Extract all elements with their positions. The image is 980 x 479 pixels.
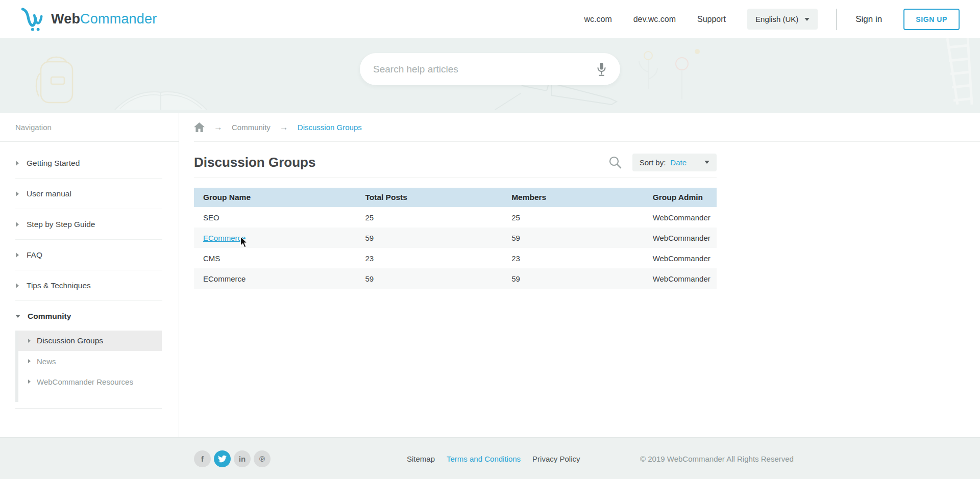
copyright-text: © 2019 WebCommander All Rights Reserved [640,455,794,463]
total-posts-cell: 59 [356,268,502,289]
main-panel: → Community → Discussion Groups Discussi… [179,113,980,437]
chevron-right-icon [28,339,31,343]
sidebar-item-label: FAQ [27,250,42,260]
webcommander-logo[interactable]: WebCommander [20,5,157,34]
open-book-doodle [110,79,212,113]
footer-links: Sitemap Terms and Conditions Privacy Pol… [407,455,580,463]
sidebar-item-label: Community [28,312,71,321]
chevron-right-icon [28,359,31,363]
home-icon[interactable] [194,122,205,132]
microphone-icon[interactable] [596,62,607,77]
breadcrumb-arrow-icon: → [214,122,223,133]
sidebar-item-step-by-step-guide[interactable]: Step by Step Guide [0,209,179,240]
sidebar-item-news[interactable]: News [18,351,162,371]
help-search-bar [360,53,620,85]
members-cell: 59 [502,268,643,289]
sign-up-button[interactable]: SIGN UP [903,9,960,30]
sort-by-label: Sort by: [640,158,666,167]
sidebar-item-label: News [37,357,56,366]
total-posts-cell: 25 [356,207,502,228]
title-divider [194,177,717,178]
sort-by-dropdown[interactable]: Sort by: Date [632,154,717,171]
column-header-total-posts: Total Posts [356,188,502,207]
chevron-right-icon [28,380,31,384]
table-row: ECommerce 59 59 WebCommander [194,228,717,248]
table-row: ECommerce 59 59 WebCommander [194,268,717,289]
sidebar-item-user-manual[interactable]: User manual [0,179,179,209]
content-area: Navigation Getting Started User manual S… [0,113,980,437]
sidebar-item-label: Discussion Groups [37,336,103,345]
search-icon[interactable] [608,156,622,169]
breadcrumb-community[interactable]: Community [232,123,271,132]
chevron-right-icon [16,253,19,258]
nav-link-wc-com[interactable]: wc.com [584,15,611,24]
chevron-down-icon [704,161,709,164]
column-header-members: Members [502,188,643,207]
sidebar-item-label: Getting Started [27,159,80,168]
navbar-links: wc.com dev.wc.com Support English (UK) S… [584,9,960,30]
search-input[interactable] [373,64,596,75]
top-navbar: WebCommander wc.com dev.wc.com Support E… [0,0,980,38]
title-tools: Sort by: Date [608,154,717,171]
table-header-row: Group Name Total Posts Members Group Adm… [194,188,717,207]
flowers-doodle [633,43,704,110]
footer-link-terms[interactable]: Terms and Conditions [447,455,521,463]
members-cell: 23 [502,248,643,268]
navbar-divider [836,9,837,30]
twitter-icon[interactable] [214,450,231,467]
sidebar-item-community[interactable]: Community [0,305,179,327]
column-header-group-name: Group Name [194,188,356,207]
total-posts-cell: 59 [356,228,502,248]
sidebar-title: Navigation [0,113,179,142]
chevron-right-icon [16,191,19,196]
breadcrumb-discussion-groups[interactable]: Discussion Groups [298,123,362,132]
facebook-icon[interactable]: f [194,450,211,467]
table-row: CMS 23 23 WebCommander [194,248,717,268]
backpack-doodle [27,53,83,109]
sidebar-list: Getting Started User manual Step by Step… [0,148,179,301]
chevron-right-icon [16,222,19,227]
column-header-group-admin: Group Admin [644,188,717,207]
sidebar-item-label: Tips & Techniques [27,281,91,290]
group-name-cell: CMS [194,248,356,268]
discussion-groups-table: Group Name Total Posts Members Group Adm… [194,188,717,289]
language-label: English (UK) [755,15,798,23]
group-name-cell: ECommerce [194,268,356,289]
sort-by-value: Date [670,158,687,167]
social-links: f in ℗ [194,450,271,467]
chevron-right-icon [16,161,19,166]
navigation-sidebar: Navigation Getting Started User manual S… [0,113,179,437]
sidebar-item-webcommander-resources[interactable]: WebCommander Resources [18,371,162,392]
sidebar-item-label: Step by Step Guide [27,220,95,229]
group-admin-cell: WebCommander [644,228,717,248]
page-title: Discussion Groups [194,155,315,170]
linkedin-icon[interactable]: in [234,450,251,467]
sidebar-item-label: WebCommander Resources [37,377,133,386]
language-selector[interactable]: English (UK) [747,9,818,30]
group-name-link[interactable]: ECommerce [203,234,246,242]
nav-link-support[interactable]: Support [697,15,726,24]
sidebar-divider [15,408,162,409]
members-cell: 25 [502,207,643,228]
page-title-row: Discussion Groups Sort by: Date [194,152,717,172]
nav-link-dev-wc-com[interactable]: dev.wc.com [633,15,676,24]
chevron-right-icon [16,283,19,288]
sidebar-item-faq[interactable]: FAQ [0,240,179,270]
breadcrumb-arrow-icon: → [280,122,288,133]
sidebar-item-discussion-groups[interactable]: Discussion Groups [18,331,162,351]
ladder-doodle [940,38,976,105]
sidebar-item-label: User manual [27,189,71,198]
group-admin-cell: WebCommander [644,207,717,228]
logo-text: WebCommander [51,11,157,27]
page-footer: f in ℗ Sitemap Terms and Conditions Priv… [0,437,980,479]
footer-link-privacy[interactable]: Privacy Policy [532,455,580,463]
table-row: SEO 25 25 WebCommander [194,207,717,228]
members-cell: 59 [502,228,643,248]
sidebar-item-tips-techniques[interactable]: Tips & Techniques [0,270,179,301]
footer-link-sitemap[interactable]: Sitemap [407,455,435,463]
pinterest-icon[interactable]: ℗ [254,450,271,467]
group-admin-cell: WebCommander [644,268,717,289]
group-name-cell: SEO [194,207,356,228]
sidebar-item-getting-started[interactable]: Getting Started [0,148,179,179]
sign-in-link[interactable]: Sign in [855,14,882,24]
